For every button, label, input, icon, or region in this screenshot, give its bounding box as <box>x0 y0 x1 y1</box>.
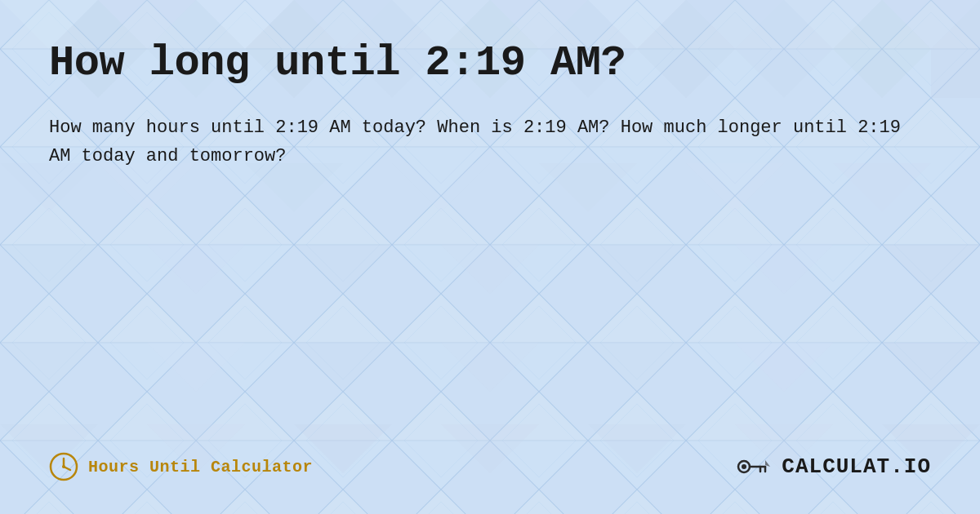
page-description: How many hours until 2:19 AM today? When… <box>49 113 906 171</box>
footer-right: CALCULAT.IO <box>734 452 931 481</box>
svg-marker-65 <box>765 460 770 467</box>
calculat-logo-icon <box>734 452 775 481</box>
svg-point-61 <box>742 464 746 469</box>
page-title: How long until 2:19 AM? <box>49 39 931 87</box>
footer-left-label: Hours Until Calculator <box>88 458 313 476</box>
footer: Hours Until Calculator CALCULAT.IO <box>49 436 931 481</box>
footer-left: Hours Until Calculator <box>49 452 313 481</box>
clock-icon <box>49 452 78 481</box>
svg-point-59 <box>62 465 65 468</box>
calculat-logo-text: CALCULAT.IO <box>782 454 931 479</box>
